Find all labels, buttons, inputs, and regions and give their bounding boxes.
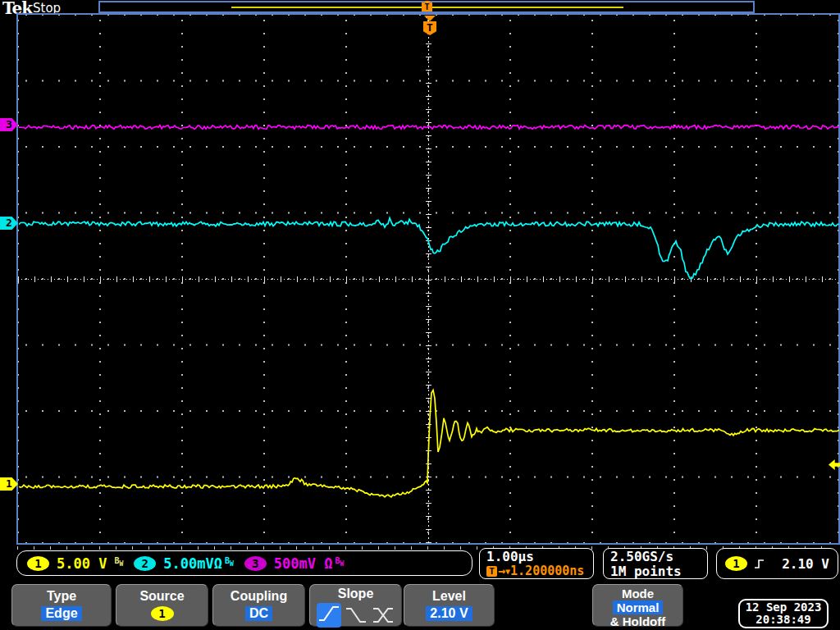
- timebase-scale: 1.00μs: [486, 550, 587, 564]
- trigger-t-icon: T: [486, 566, 497, 577]
- rising-edge-icon: [754, 558, 765, 570]
- channel1-bandwidth-icon: BW: [114, 556, 123, 565]
- type-value: Edge: [41, 606, 81, 621]
- level-value: 2.10 V: [426, 606, 472, 621]
- waveform-ch3: [19, 126, 839, 130]
- channel1-badge[interactable]: 1: [27, 556, 49, 571]
- channel3-badge[interactable]: 3: [244, 556, 267, 571]
- channel1-marker[interactable]: 1: [0, 477, 18, 491]
- date: 12 Sep 2023: [740, 601, 827, 614]
- graticule: T: [16, 13, 840, 545]
- menu-button-mode[interactable]: Mode Normal & Holdoff: [592, 584, 683, 627]
- ohm-symbol: Ω: [214, 555, 222, 572]
- waveform-ch2: [19, 218, 839, 279]
- waveform-ch1: [19, 390, 839, 497]
- channel2-bandwidth-icon: BW: [225, 556, 234, 565]
- datetime-display: 12 Sep 2023 20:38:49: [738, 599, 829, 628]
- slope-falling-icon[interactable]: [344, 605, 368, 626]
- ohm-symbol: Ω: [316, 555, 332, 572]
- bottom-scale-ticks: [17, 546, 838, 550]
- channel2-marker[interactable]: 2: [0, 217, 18, 230]
- slope-either-icon[interactable]: [371, 605, 395, 626]
- mode-value2: & Holdoff: [593, 614, 682, 628]
- source-channel-badge: 1: [151, 606, 174, 621]
- sample-rate: 2.50GS/s: [610, 550, 701, 564]
- channel1-scale: 5.00 V: [57, 555, 107, 572]
- channel3-scale: 500mV Ω: [274, 555, 333, 572]
- menu-button-type[interactable]: Type Edge: [11, 584, 112, 627]
- channel3-marker[interactable]: 3: [0, 118, 18, 131]
- channel2-scale: 5.00mVΩ: [163, 555, 222, 572]
- record-length: 1M points: [610, 564, 701, 579]
- channel3-bandwidth-icon: BW: [335, 556, 344, 565]
- sample-rate-readout: 2.50GS/s 1M points: [603, 548, 708, 579]
- trigger-delay-readout: T→▼1.200000ns: [486, 564, 587, 578]
- acquisition-preview-bar: T: [98, 1, 755, 13]
- slope-rising-icon[interactable]: [317, 603, 341, 628]
- channel-readouts: 1 5.00 V BW 2 5.00mVΩ BW 3 500mV Ω BW: [16, 550, 472, 576]
- timebase-readout: 1.00μs T→▼1.200000ns: [479, 548, 594, 579]
- menu-button-source[interactable]: Source 1: [116, 584, 208, 627]
- trigger-source-badge: 1: [725, 556, 747, 571]
- menu-button-slope[interactable]: Slope: [309, 584, 402, 627]
- menu-button-coupling[interactable]: Coupling DC: [212, 584, 305, 627]
- trigger-marker-arrow-icon[interactable]: [424, 16, 436, 21]
- trigger-readout: 1 2.10 V: [716, 548, 838, 579]
- trigger-level-readout: 2.10 V: [782, 556, 829, 572]
- menu-button-level[interactable]: Level 2.10 V: [404, 584, 495, 627]
- time: 20:38:49: [740, 614, 827, 626]
- trigger-position-flag-icon[interactable]: T: [422, 2, 432, 11]
- coupling-value: DC: [245, 606, 272, 621]
- mode-value: Normal: [613, 600, 664, 614]
- channel2-badge[interactable]: 2: [134, 556, 156, 571]
- waveform-display: [19, 16, 839, 544]
